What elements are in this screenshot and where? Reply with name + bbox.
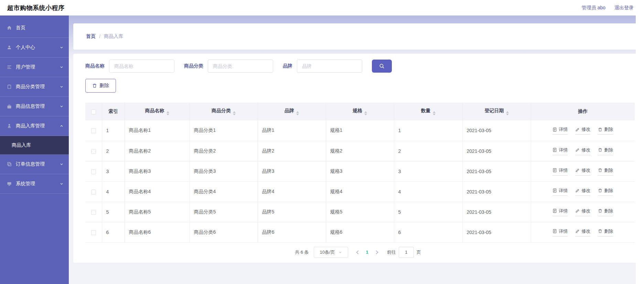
trash-icon xyxy=(598,168,602,172)
table-row: 3 商品名称3 商品分类3 品牌3 规格3 3 2021-03-05 详情 xyxy=(85,161,635,181)
column-header-category[interactable]: 商品分类 xyxy=(190,103,258,120)
delete-button[interactable]: 删除 xyxy=(598,167,613,176)
select-all-checkbox[interactable] xyxy=(91,109,96,114)
cell-name: 商品名称3 xyxy=(125,161,190,181)
chevron-up-icon xyxy=(60,124,63,128)
home-icon xyxy=(7,25,12,31)
sidebar-subitem-stock-in[interactable]: 商品入库 xyxy=(0,136,69,155)
detail-button[interactable]: 详情 xyxy=(552,167,568,176)
sidebar-item-label: 首页 xyxy=(16,25,63,31)
sort-caret[interactable] xyxy=(296,111,299,115)
sidebar-item-system-management[interactable]: 系统管理 xyxy=(0,174,69,194)
cell-name: 商品名称5 xyxy=(125,202,190,222)
sort-caret[interactable] xyxy=(433,111,436,115)
trash-icon xyxy=(598,148,602,152)
goto-label: 前往 xyxy=(387,249,396,255)
sidebar-item-order-management[interactable]: 订单信息管理 xyxy=(0,155,69,174)
row-checkbox[interactable] xyxy=(91,230,96,235)
detail-button[interactable]: 详情 xyxy=(552,126,568,135)
row-checkbox[interactable] xyxy=(91,190,96,194)
search-button[interactable] xyxy=(372,60,392,73)
product-category-input[interactable] xyxy=(208,60,273,73)
trash-icon xyxy=(598,188,602,193)
page-size-select[interactable]: 10条/页 xyxy=(314,247,348,258)
table-header-row: 索引 商品名称 商品分类 品牌 规格 数量 登记日期 操作 xyxy=(85,103,635,120)
cell-category: 商品分类5 xyxy=(190,202,258,222)
sidebar-item-stock-in-management[interactable]: 商品入库管理 xyxy=(0,116,69,136)
cell-date: 2021-03-05 xyxy=(462,181,531,202)
edit-button[interactable]: 修改 xyxy=(575,126,590,135)
total-count-label: 共 6 条 xyxy=(295,249,309,255)
delete-button[interactable]: 删除 xyxy=(598,147,613,155)
column-header-qty[interactable]: 数量 xyxy=(394,103,462,120)
row-checkbox[interactable] xyxy=(91,169,96,174)
sort-caret[interactable] xyxy=(506,111,509,115)
pagination: 共 6 条 10条/页 1 前往 页 xyxy=(85,247,631,258)
page-scrollbar[interactable] xyxy=(636,15,644,284)
cell-category: 商品分类2 xyxy=(190,141,258,161)
trash-icon xyxy=(598,127,602,132)
product-name-input[interactable] xyxy=(109,60,174,73)
document-icon xyxy=(552,188,557,193)
cell-index: 3 xyxy=(102,161,125,181)
chevron-down-icon xyxy=(339,251,342,254)
logout-link[interactable]: 退出登录 xyxy=(614,5,634,11)
prev-page-button[interactable] xyxy=(353,251,363,254)
column-header-name[interactable]: 商品名称 xyxy=(125,103,190,120)
next-page-button[interactable] xyxy=(371,251,382,254)
edit-button[interactable]: 修改 xyxy=(575,188,590,196)
column-header-date[interactable]: 登记日期 xyxy=(462,103,531,120)
cell-category: 商品分类4 xyxy=(190,181,258,202)
content-card: 商品名称 商品分类 品牌 删除 xyxy=(73,54,643,263)
pen-icon xyxy=(575,127,580,132)
sidebar-item-user-management[interactable]: 用户管理 xyxy=(0,57,69,77)
cell-qty: 2 xyxy=(394,141,462,161)
goto-page-input[interactable] xyxy=(399,247,414,258)
chevron-down-icon xyxy=(60,105,63,108)
edit-button[interactable]: 修改 xyxy=(575,228,590,236)
delete-button[interactable]: 删除 xyxy=(598,126,613,135)
bulk-delete-button[interactable]: 删除 xyxy=(85,79,116,93)
sidebar-item-personal-center[interactable]: 个人中心 xyxy=(0,38,69,57)
detail-button[interactable]: 详情 xyxy=(552,188,568,196)
edit-button[interactable]: 修改 xyxy=(575,167,590,176)
column-header-spec[interactable]: 规格 xyxy=(326,103,394,120)
row-checkbox[interactable] xyxy=(91,128,96,133)
document-icon xyxy=(552,168,557,172)
breadcrumb-home[interactable]: 首页 xyxy=(86,33,96,40)
layout: 首页 个人中心 用户管理 商品分类管理 商品信息管理 商品入库管理 xyxy=(0,15,644,284)
breadcrumb-card: 首页 / 商品入库 xyxy=(73,23,643,50)
detail-button[interactable]: 详情 xyxy=(552,147,568,155)
header-right: 管理员 abo 退出登录 xyxy=(582,5,634,11)
cell-qty: 1 xyxy=(394,120,462,141)
cell-brand: 品牌1 xyxy=(258,120,326,141)
cell-category: 商品分类1 xyxy=(190,120,258,141)
detail-button[interactable]: 详情 xyxy=(552,208,568,216)
sidebar-item-product-info-management[interactable]: 商品信息管理 xyxy=(0,97,69,116)
delete-button[interactable]: 删除 xyxy=(598,188,613,196)
edit-button[interactable]: 修改 xyxy=(575,208,590,216)
cell-brand: 品牌3 xyxy=(258,161,326,181)
trash-icon xyxy=(92,83,97,88)
sort-caret[interactable] xyxy=(167,111,169,115)
cell-qty: 6 xyxy=(394,222,462,242)
cell-date: 2021-03-05 xyxy=(462,141,531,161)
sidebar-item-category-management[interactable]: 商品分类管理 xyxy=(0,77,69,97)
column-header-brand[interactable]: 品牌 xyxy=(258,103,326,120)
row-checkbox[interactable] xyxy=(91,149,96,154)
cell-date: 2021-03-05 xyxy=(462,222,531,242)
detail-button[interactable]: 详情 xyxy=(552,228,568,236)
current-page[interactable]: 1 xyxy=(366,250,368,255)
sort-caret[interactable] xyxy=(364,111,367,115)
delete-button[interactable]: 删除 xyxy=(598,208,613,216)
brand-input[interactable] xyxy=(297,60,362,73)
sidebar-item-home[interactable]: 首页 xyxy=(0,18,69,38)
admin-user-link[interactable]: 管理员 abo xyxy=(582,5,605,11)
table-row: 2 商品名称2 商品分类2 品牌2 规格2 2 2021-03-05 详情 xyxy=(85,141,635,161)
delete-button[interactable]: 删除 xyxy=(598,228,613,236)
row-checkbox[interactable] xyxy=(91,210,96,215)
sort-caret[interactable] xyxy=(233,111,236,115)
main-content: 首页 / 商品入库 商品名称 商品分类 品牌 删除 xyxy=(69,15,644,284)
edit-button[interactable]: 修改 xyxy=(575,147,590,155)
cell-index: 4 xyxy=(102,181,125,202)
